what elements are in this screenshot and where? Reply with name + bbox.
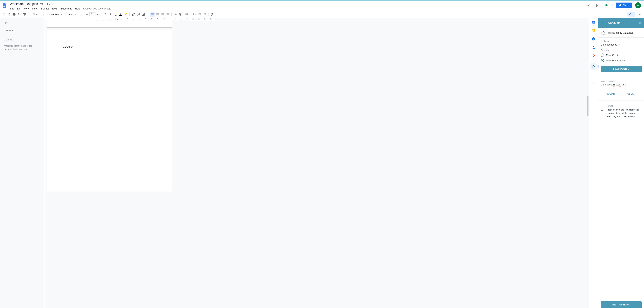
- horizontal-ruler[interactable]: 21123456789101112131415161718: [44, 18, 589, 21]
- svg-rect-0: [4, 5, 6, 6]
- paint-format-icon[interactable]: [22, 12, 27, 17]
- radio-checked-icon: [601, 59, 604, 62]
- indent-increase-icon[interactable]: [202, 12, 207, 17]
- print-icon[interactable]: [12, 12, 16, 17]
- document-body-text[interactable]: Marketing: [62, 46, 73, 48]
- collapse-toolbar-icon[interactable]: [638, 12, 642, 17]
- zoom-select[interactable]: 100%: [30, 12, 42, 17]
- features-dropdown[interactable]: Generate Ideas: [601, 43, 642, 46]
- text-color-icon[interactable]: A: [118, 12, 123, 17]
- addon-close-icon[interactable]: [638, 21, 642, 25]
- vertical-ruler[interactable]: [44, 21, 46, 308]
- line-spacing-icon[interactable]: [173, 12, 178, 17]
- dataleap-logo-icon: DATALEAP: [601, 31, 606, 35]
- toolbar: 100% Normal text Arial − 11 + B I U A: [0, 11, 644, 18]
- comments-icon[interactable]: [595, 2, 601, 8]
- spellcheck-icon[interactable]: [17, 12, 22, 17]
- outline-collapse-icon[interactable]: [4, 21, 8, 24]
- font-size-increase-icon[interactable]: +: [96, 12, 100, 17]
- svg-point-8: [186, 14, 186, 14]
- addon-header: WorkMate: [598, 18, 644, 28]
- bulleted-list-icon[interactable]: [184, 12, 190, 17]
- header-actions: Share W: [586, 2, 642, 8]
- editing-mode-button[interactable]: [628, 12, 635, 16]
- paragraph-style-select[interactable]: Normal text: [45, 12, 64, 17]
- addon-side-panel: WorkMate DATALEAP WorkMate by DataLeap F…: [598, 18, 644, 308]
- radio-more-professional[interactable]: More Professional: [601, 58, 642, 63]
- menu-help[interactable]: Help: [74, 6, 81, 11]
- add-summary-icon[interactable]: +: [38, 28, 40, 32]
- last-edit-link[interactable]: Last edit was seconds ago: [83, 7, 111, 10]
- radio-more-creative[interactable]: More Creative: [601, 52, 642, 58]
- workmate-addon-icon[interactable]: [590, 62, 598, 70]
- insert-link-icon[interactable]: [131, 12, 136, 17]
- howto-text: Please select the text first in the docu…: [607, 108, 641, 118]
- scrollbar-thumb[interactable]: [587, 96, 588, 116]
- paragraph-style-value: Normal text: [47, 13, 59, 16]
- tasks-icon[interactable]: [592, 37, 596, 41]
- addon-brand-row: DATALEAP WorkMate by DataLeap: [598, 28, 644, 38]
- numbered-list-icon[interactable]: [191, 12, 197, 17]
- menu-tools[interactable]: Tools: [50, 6, 59, 11]
- star-icon[interactable]: [40, 2, 43, 6]
- bold-icon[interactable]: B: [103, 12, 108, 17]
- menu-insert[interactable]: Insert: [31, 6, 40, 11]
- insert-image-icon[interactable]: [141, 12, 147, 17]
- share-button[interactable]: Share: [616, 2, 632, 8]
- get-addons-icon[interactable]: [592, 81, 596, 85]
- italic-icon[interactable]: I: [108, 12, 113, 17]
- document-page: Marketing: [47, 29, 172, 192]
- font-size-decrease-icon[interactable]: −: [85, 12, 89, 17]
- align-right-icon[interactable]: [160, 12, 165, 17]
- redo-icon[interactable]: [7, 12, 12, 17]
- account-avatar[interactable]: W: [635, 2, 641, 8]
- font-size-input[interactable]: 11: [89, 12, 96, 16]
- main-area: SUMMARY + OUTLINE Headings that you add …: [0, 18, 644, 308]
- undo-icon[interactable]: [2, 12, 6, 17]
- submit-button[interactable]: SUBMIT: [601, 91, 621, 97]
- activity-icon[interactable]: [586, 2, 592, 8]
- indent-decrease-icon[interactable]: [197, 12, 202, 17]
- caret-down-icon: [632, 14, 634, 15]
- align-justify-icon[interactable]: [165, 12, 170, 17]
- contacts-icon[interactable]: [592, 46, 596, 49]
- add-comment-icon[interactable]: [136, 12, 141, 17]
- underline-icon[interactable]: U: [113, 12, 118, 17]
- menu-extensions[interactable]: Extensions: [59, 6, 73, 11]
- menu-format[interactable]: Format: [40, 6, 50, 11]
- maps-icon[interactable]: [592, 54, 596, 58]
- cloud-status-icon[interactable]: [49, 2, 52, 6]
- load-plugin-button[interactable]: LOAD PLUGIN: [601, 66, 642, 72]
- keep-icon[interactable]: [592, 28, 596, 32]
- align-left-icon[interactable]: [150, 12, 155, 17]
- meet-button[interactable]: [604, 2, 613, 8]
- outline-panel: SUMMARY + OUTLINE Headings that you add …: [0, 18, 44, 308]
- align-center-icon[interactable]: [155, 12, 160, 17]
- summary-heading: SUMMARY: [4, 29, 14, 31]
- svg-rect-11: [592, 21, 595, 22]
- howto-title: How to: [607, 105, 641, 107]
- addon-back-icon[interactable]: [601, 21, 604, 25]
- calendar-icon[interactable]: 31: [592, 20, 596, 24]
- addon-more-icon[interactable]: [632, 22, 635, 24]
- highlight-color-icon[interactable]: [124, 12, 128, 17]
- document-canvas[interactable]: Marketing: [46, 21, 589, 308]
- svg-point-7: [186, 13, 186, 14]
- menu-edit[interactable]: Edit: [16, 6, 22, 11]
- instructions-button[interactable]: INSTRUCTIONS: [601, 302, 642, 308]
- checklist-icon[interactable]: [178, 12, 184, 17]
- clear-button[interactable]: CLEAR: [621, 91, 642, 97]
- features-label: Features:: [601, 40, 642, 42]
- document-title[interactable]: Workmate Examples: [9, 2, 39, 6]
- menu-file[interactable]: File: [9, 6, 16, 11]
- font-family-select[interactable]: Arial: [66, 12, 82, 17]
- clear-formatting-icon[interactable]: [210, 12, 215, 17]
- svg-text:31: 31: [593, 22, 594, 23]
- radio-icon: [601, 54, 604, 57]
- caret-down-icon: [610, 4, 611, 6]
- docs-logo-icon[interactable]: [1, 2, 8, 9]
- menu-view[interactable]: View: [23, 6, 31, 11]
- svg-point-23: [634, 24, 634, 24]
- custom-prompt-input[interactable]: Generate a linkedin post: [601, 82, 642, 87]
- move-icon[interactable]: [45, 2, 48, 6]
